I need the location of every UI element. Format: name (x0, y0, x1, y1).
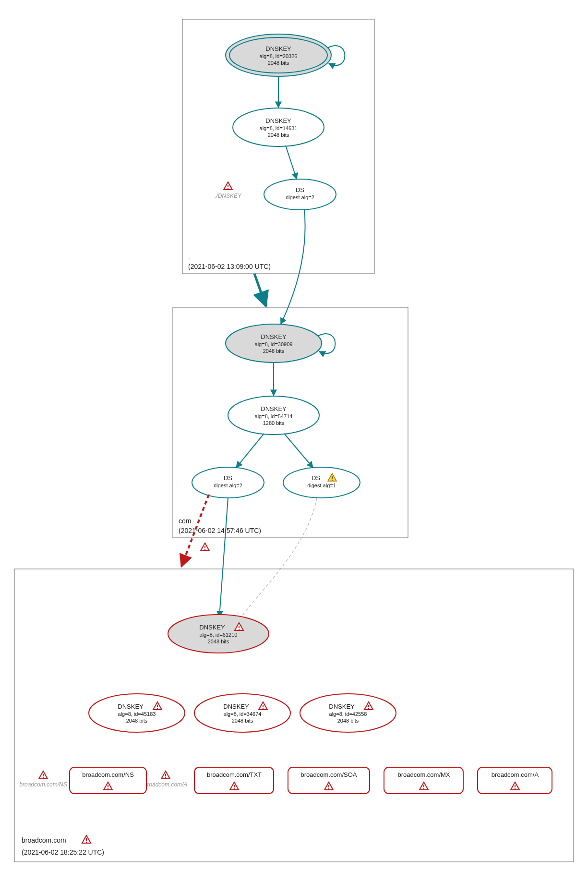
svg-text:DNSKEY: DNSKEY (118, 703, 144, 710)
node-com-ds1: DS digest alg=1 (283, 467, 360, 498)
edge (281, 210, 305, 324)
svg-text:broadcom.com/A: broadcom.com/A (144, 781, 188, 788)
svg-text:DNSKEY: DNSKEY (261, 333, 287, 340)
svg-text:broadcom.com/A: broadcom.com/A (492, 771, 539, 778)
rrset-a: broadcom.com/A (478, 767, 552, 794)
error-icon (201, 543, 209, 551)
svg-text:DS: DS (296, 186, 304, 193)
svg-text:alg=8, id=34674: alg=8, id=34674 (224, 711, 262, 717)
zone-root: . (2021-06-02 13:09:00 UTC) DNSKEY alg=8… (182, 19, 374, 274)
svg-text:2048 bits: 2048 bits (337, 718, 359, 724)
zone-broadcom-name: broadcom.com (22, 836, 66, 844)
svg-text:2048 bits: 2048 bits (126, 718, 148, 724)
svg-text:DNSKEY: DNSKEY (223, 703, 249, 710)
svg-text:2048 bits: 2048 bits (263, 348, 285, 354)
svg-text:2048 bits: 2048 bits (268, 132, 289, 138)
svg-text:2048 bits: 2048 bits (208, 639, 229, 644)
svg-text:alg=8, id=61210: alg=8, id=61210 (200, 632, 238, 638)
svg-text:DS: DS (224, 474, 232, 482)
node-com-ksk: DNSKEY alg=8, id=30909 2048 bits (226, 324, 335, 362)
svg-text:DS: DS (312, 474, 320, 482)
error-icon (82, 835, 91, 843)
svg-text:alg=8, id=54714: alg=8, id=54714 (255, 413, 293, 419)
svg-text:alg=8, id=42558: alg=8, id=42558 (329, 711, 367, 717)
error-icon (161, 771, 170, 779)
svg-text:alg=8, id=20326: alg=8, id=20326 (260, 53, 298, 59)
edge (236, 434, 264, 468)
svg-text:alg=8, id=30909: alg=8, id=30909 (255, 341, 293, 347)
svg-text:DNSKEY: DNSKEY (265, 45, 291, 52)
svg-text:alg=8, id=14631: alg=8, id=14631 (260, 125, 298, 131)
node-root-ds: DS digest alg=2 (264, 179, 336, 210)
rrset-ns: broadcom.com/NS (70, 767, 146, 794)
zone-com: com (2021-06-02 14:57:46 UTC) DNSKEY alg… (173, 307, 408, 538)
svg-text:1280 bits: 1280 bits (263, 420, 285, 426)
zone-com-ts: (2021-06-02 14:57:46 UTC) (179, 527, 261, 534)
node-com-zsk: DNSKEY alg=8, id=54714 1280 bits (228, 396, 319, 435)
error-icon (39, 771, 48, 779)
rrset-txt: broadcom.com/TXT (194, 767, 274, 794)
node-root-zsk: DNSKEY alg=8, id=14631 2048 bits (233, 108, 324, 146)
node-broadcom-zsk-1: DNSKEY alg=8, id=34674 2048 bits (194, 694, 290, 732)
error-icon (224, 182, 232, 190)
dnssec-diagram: . (2021-06-02 13:09:00 UTC) DNSKEY alg=8… (10, 10, 578, 872)
node-broadcom-ksk: DNSKEY alg=8, id=61210 2048 bits (168, 615, 269, 653)
svg-text:broadcom.com/SOA: broadcom.com/SOA (300, 771, 357, 778)
missing-broadcom-a: broadcom.com/A (144, 771, 188, 788)
svg-text:DNSKEY: DNSKEY (261, 405, 287, 412)
node-broadcom-zsk-2: DNSKEY alg=8, id=42558 2048 bits (300, 694, 396, 732)
svg-text:digest alg=2: digest alg=2 (214, 483, 242, 488)
rrset-soa: broadcom.com/SOA (288, 767, 370, 794)
svg-text:digest alg=1: digest alg=1 (307, 483, 336, 488)
node-com-ds2: DS digest alg=2 (192, 467, 264, 498)
svg-text:broadcom.com/MX: broadcom.com/MX (397, 771, 450, 778)
svg-text:broadcom.com/NS: broadcom.com/NS (19, 781, 67, 788)
zone-com-name: com (179, 517, 191, 525)
svg-text:2048 bits: 2048 bits (268, 60, 289, 66)
edge (286, 145, 297, 179)
zone-broadcom: broadcom.com (2021-06-02 18:25:22 UTC) D… (14, 569, 574, 862)
edge (219, 498, 228, 617)
node-root-ksk: DNSKEY alg=8, id=20326 2048 bits (226, 34, 345, 76)
rrset-mx: broadcom.com/MX (384, 767, 463, 794)
zone-root-ts: (2021-06-02 13:09:00 UTC) (188, 263, 271, 270)
svg-text:2048 bits: 2048 bits (232, 718, 253, 724)
zone-broadcom-ts: (2021-06-02 18:25:22 UTC) (22, 848, 104, 856)
missing-root-dnskey: ./DNSKEY (215, 182, 242, 199)
zone-root-name: . (188, 253, 190, 261)
svg-text:./DNSKEY: ./DNSKEY (215, 193, 242, 199)
svg-text:broadcom.com/NS: broadcom.com/NS (82, 771, 134, 778)
svg-text:broadcom.com/TXT: broadcom.com/TXT (207, 771, 262, 778)
svg-text:digest alg=2: digest alg=2 (286, 194, 314, 200)
edge (284, 434, 313, 468)
svg-text:alg=8, id=45183: alg=8, id=45183 (118, 711, 156, 717)
edge-delegation (254, 274, 266, 306)
svg-text:DNSKEY: DNSKEY (329, 703, 355, 710)
svg-text:DNSKEY: DNSKEY (265, 117, 291, 124)
edge-dim (238, 498, 317, 622)
missing-broadcom-ns: broadcom.com/NS (19, 771, 67, 788)
node-broadcom-zsk-0: DNSKEY alg=8, id=45183 2048 bits (89, 694, 185, 732)
svg-text:DNSKEY: DNSKEY (199, 624, 225, 631)
